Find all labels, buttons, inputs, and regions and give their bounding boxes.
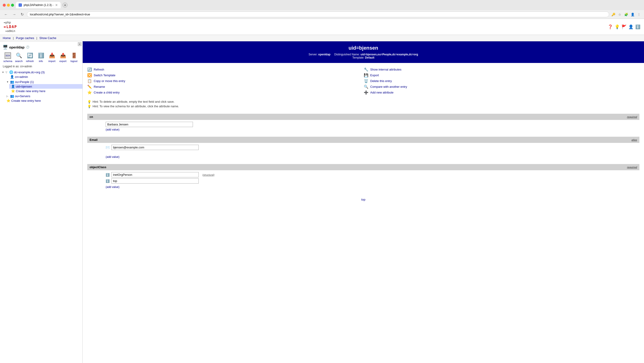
- refresh-tool[interactable]: 🔄 refresh: [25, 52, 35, 62]
- tree-servers-label[interactable]: ou=Servers: [15, 94, 30, 98]
- tree-bjensen-label[interactable]: uid=bjensen: [16, 85, 32, 88]
- purge-caches-link[interactable]: Purge caches: [16, 36, 34, 40]
- import-tool[interactable]: 📥 import: [47, 52, 57, 62]
- search-icon: 🔍: [15, 52, 22, 59]
- logged-in-text: Logged in as: cn=admin: [3, 65, 32, 68]
- attr-cn-name[interactable]: cn: [90, 115, 93, 118]
- attr-email-addval[interactable]: (add value): [106, 154, 640, 160]
- add-attribute-label: Add new attribute: [370, 91, 394, 94]
- show-cache-link[interactable]: Show Cache: [39, 36, 56, 40]
- tree-item-create-people[interactable]: ⭐ Create new entry here: [9, 89, 82, 93]
- minimize-button[interactable]: [7, 4, 10, 7]
- new-tab-button[interactable]: +: [62, 2, 68, 8]
- header-icons: ❓ 💡 🚩 👤 ℹ️: [608, 24, 640, 30]
- export-tool[interactable]: 📤 export: [58, 52, 68, 62]
- attr-objectclass-section: objectClass required ℹ️ (structural) ℹ️ …: [87, 164, 640, 190]
- attr-cn-addval[interactable]: (add value): [106, 127, 640, 132]
- logo-ldap: =LDAP: [4, 24, 17, 30]
- refresh-link[interactable]: 🔄 Refresh: [87, 67, 363, 72]
- extension-icon[interactable]: 🧩: [624, 12, 628, 17]
- hint-icon-1: 💡: [87, 100, 91, 104]
- tree-toggle-servers[interactable]: ▷: [6, 95, 9, 98]
- tree-bjensen-icon: 👤: [11, 84, 15, 88]
- logout-tool[interactable]: 🚪 logout: [69, 52, 79, 62]
- attr-cn-input[interactable]: [106, 122, 193, 127]
- tree-toggle-people[interactable]: ▼: [6, 81, 9, 83]
- copy-move-link[interactable]: 📋 Copy or move this entry: [87, 78, 363, 84]
- key-icon[interactable]: 🔑: [611, 12, 616, 17]
- maximize-button[interactable]: [11, 4, 14, 7]
- forward-button[interactable]: →: [11, 12, 18, 17]
- tree-people-row[interactable]: ▼ 👥 ou=People (1): [4, 80, 82, 84]
- search-tool[interactable]: 🔍 search: [14, 52, 24, 62]
- tree-create-people-label[interactable]: Create new entry here: [16, 89, 46, 93]
- objectclass-info-icon-1[interactable]: ℹ️: [106, 173, 110, 177]
- attr-email-section: Email alias ✉️ (add value): [87, 137, 640, 160]
- browser-chrome: P phpLDAPadmin (1.2.3) - ✕ + ← → ↻ 🔑 ☆ 🧩…: [0, 0, 644, 19]
- info-label: info: [39, 60, 43, 62]
- tree-item-servers[interactable]: ▷ 👥 ou=Servers: [4, 94, 82, 98]
- rename-link[interactable]: ✏️ Rename: [87, 84, 363, 90]
- delete-link[interactable]: 🗑️ Delete this entry: [364, 78, 640, 84]
- create-child-label: Create a child entry: [94, 91, 120, 94]
- tree-item-admin[interactable]: 👤 cn=admin: [4, 74, 82, 79]
- nav-bar: Home | Purge caches | Show Cache: [0, 35, 644, 41]
- export-label: export: [60, 60, 66, 62]
- objectclass-info-icon-2[interactable]: ℹ️: [106, 179, 110, 183]
- attr-objectclass-input-2[interactable]: [112, 178, 199, 184]
- attr-email-input[interactable]: [112, 145, 199, 150]
- reload-button[interactable]: ↻: [19, 12, 25, 17]
- bulb-icon[interactable]: 💡: [614, 24, 620, 30]
- close-button[interactable]: [3, 4, 6, 7]
- schema-tool[interactable]: SCH schema: [3, 52, 13, 62]
- email-icon: ✉️: [106, 146, 110, 149]
- tree-item-create-root[interactable]: ⭐ Create new entry here: [4, 98, 82, 103]
- sidebar-expand-button[interactable]: +: [78, 42, 82, 46]
- star-icon[interactable]: ☆: [617, 12, 622, 17]
- back-button[interactable]: ←: [3, 12, 9, 17]
- address-bar[interactable]: [27, 12, 609, 17]
- home-link[interactable]: Home: [3, 36, 11, 40]
- attr-objectclass-body: ℹ️ (structural) ℹ️ (add value): [87, 170, 640, 190]
- create-child-link[interactable]: ⭐ Create a child entry: [87, 90, 363, 95]
- profile-icon[interactable]: 👤: [630, 12, 635, 17]
- tree-root-label[interactable]: dc=example,dc=org (3): [14, 70, 45, 74]
- attr-objectclass-addval-text: add value: [106, 186, 118, 188]
- tree-toggle-root2[interactable]: ▽: [6, 71, 8, 74]
- tree-label-admin[interactable]: cn=admin: [15, 75, 28, 78]
- compare-link[interactable]: 🔍 Compare with another entry: [364, 84, 640, 90]
- menu-icon[interactable]: ⋮: [637, 12, 641, 17]
- top-link[interactable]: top: [361, 198, 366, 201]
- tree-people-label[interactable]: ou=People (1): [15, 80, 34, 84]
- attr-email-name[interactable]: Email: [90, 138, 98, 142]
- help-icon[interactable]: ❓: [608, 24, 613, 30]
- tree-root-row[interactable]: ▼ ▽ 🌐 dc=example,dc=org (3): [0, 70, 82, 74]
- tab-close-button[interactable]: ✕: [55, 3, 58, 7]
- show-internal-link[interactable]: 🔧 Show internal attributes: [364, 67, 640, 72]
- switch-template-link[interactable]: 🔀 Switch Template: [87, 72, 363, 78]
- tree-item-bjensen[interactable]: 👤 uid=bjensen: [9, 84, 82, 89]
- attr-email-header: Email alias: [87, 137, 640, 143]
- sidebar-server-name[interactable]: openldap: [9, 45, 24, 49]
- delete-icon: 🗑️: [364, 79, 368, 83]
- nav-separator-2: |: [36, 36, 37, 40]
- tree-toggle-root[interactable]: ▼: [2, 71, 4, 74]
- user-icon[interactable]: 👤: [628, 24, 634, 30]
- tree-item-people: ▼ 👥 ou=People (1) 👤 uid=bjensen ⭐ Create…: [4, 79, 82, 94]
- flag-icon[interactable]: 🚩: [622, 24, 626, 30]
- add-attribute-link[interactable]: ➕ Add new attribute: [364, 90, 640, 95]
- main-content: uid=bjensen Server: openldap Distinguish…: [83, 41, 644, 363]
- attr-objectclass-name[interactable]: objectClass: [90, 166, 106, 169]
- sidebar: + 🖥️ openldap 🕐 SCH schema 🔍 search 🔄 re…: [0, 41, 83, 363]
- info-tool[interactable]: ℹ️ info: [36, 52, 46, 62]
- attr-objectclass-header: objectClass required: [87, 164, 640, 170]
- export-link[interactable]: 💾 Export: [364, 72, 640, 78]
- schema-icon: SCH: [4, 52, 12, 59]
- attr-objectclass-addval[interactable]: (add value): [106, 184, 640, 190]
- server-label: Server:: [309, 53, 318, 56]
- info-header-icon[interactable]: ℹ️: [635, 24, 640, 30]
- attr-objectclass-badge: required: [627, 166, 637, 169]
- attr-objectclass-input-1[interactable]: [112, 172, 199, 177]
- browser-tab[interactable]: P phpLDAPadmin (1.2.3) - ✕: [16, 2, 61, 8]
- tree-create-root-label[interactable]: Create new entry here: [11, 99, 41, 102]
